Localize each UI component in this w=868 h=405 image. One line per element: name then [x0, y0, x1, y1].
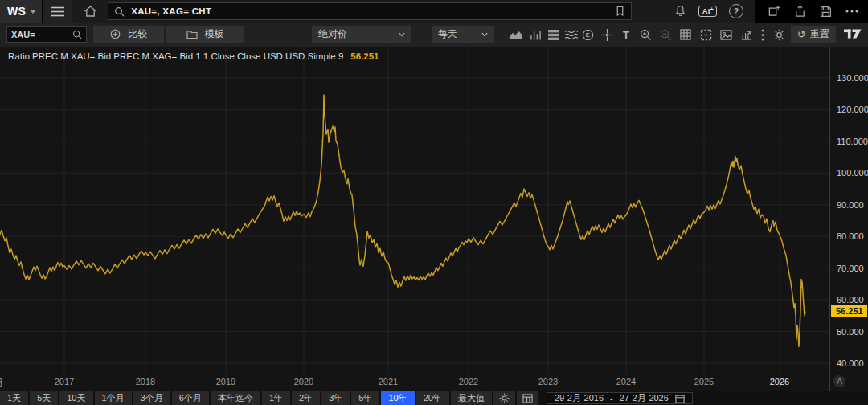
new-window-icon — [768, 5, 780, 18]
range-button-20年[interactable]: 20年 — [416, 391, 449, 405]
reset-label: 重置 — [810, 27, 829, 41]
topbar-utility-group: AI+ ? — [674, 4, 755, 18]
zoom-in-button[interactable] — [638, 27, 653, 42]
waves-overlay-button[interactable] — [564, 27, 579, 42]
price-axis[interactable]: 130.000120.000110.000100.00090.00080.000… — [829, 47, 868, 391]
fullscreen-button[interactable] — [698, 27, 713, 42]
home-icon — [84, 5, 97, 18]
export-chart-button[interactable] — [739, 27, 753, 42]
symbol-value: XAU= — [11, 30, 72, 39]
home-button[interactable] — [76, 0, 104, 22]
chart-type-area-button[interactable] — [508, 27, 522, 42]
layout-grid-button[interactable] — [517, 391, 538, 405]
bell-icon — [674, 5, 686, 18]
circled-e-icon: E — [582, 29, 594, 41]
time-axis-label-2021: 2021 — [372, 377, 404, 387]
calendar-icon — [675, 394, 685, 403]
range-button-6个月[interactable]: 6个月 — [172, 391, 209, 405]
svg-text:E: E — [585, 31, 589, 39]
price-line-chart[interactable] — [0, 47, 829, 374]
chart-export-icon — [740, 29, 752, 40]
time-axis-label-2019: 2019 — [210, 377, 242, 387]
range-button-5天[interactable]: 5天 — [30, 391, 58, 405]
date-range-picker[interactable]: 29-2月-2016 - 27-2月-2026 — [547, 392, 693, 404]
chart-settings-button[interactable] — [772, 27, 786, 42]
notifications-button[interactable] — [674, 5, 686, 18]
symbol-input[interactable]: XAU= — [6, 26, 87, 43]
range-settings-button[interactable] — [493, 391, 515, 405]
more-options-button[interactable] — [845, 10, 858, 13]
ai-assistant-button[interactable]: AI+ — [698, 6, 717, 17]
search-icon — [114, 6, 125, 17]
text-tool-button[interactable]: T — [619, 27, 633, 42]
new-window-button[interactable] — [768, 5, 780, 18]
reset-chart-button[interactable]: ↺ 重置 — [791, 26, 836, 43]
range-button-1天[interactable]: 1天 — [0, 391, 28, 405]
range-button-本年迄今[interactable]: 本年迄今 — [211, 391, 260, 405]
interval-dropdown[interactable]: 每天 — [432, 26, 494, 43]
range-button-3年[interactable]: 3年 — [321, 391, 350, 405]
chart-panel[interactable]: Ratio PREC.M.XAU= Bid PREC.M.XAG= Bid 1 … — [0, 47, 868, 391]
time-axis-label-2023: 2023 — [532, 377, 564, 387]
series-last-value: 56.251 — [350, 51, 379, 61]
time-axis[interactable]: 月 20172018201920202021202220232024202520… — [0, 374, 829, 391]
top-app-bar: WS XAU=, XAG= CHT AI+ ? — [0, 0, 868, 22]
gear-icon — [499, 393, 510, 403]
price-axis-label: 100.000 — [837, 167, 868, 178]
global-search-input[interactable]: XAU=, XAG= CHT — [108, 2, 632, 20]
template-button[interactable]: 模板 — [166, 26, 244, 43]
hamburger-menu-button[interactable] — [43, 0, 72, 22]
workspace-chart-app: { "topbar": { "logo": "WS", "search_valu… — [0, 0, 868, 405]
zoom-out-button[interactable] — [658, 27, 673, 42]
help-button[interactable]: ? — [729, 4, 743, 18]
share-button[interactable] — [794, 5, 806, 18]
ratio-line-series[interactable] — [0, 95, 805, 347]
auto-scale-label: A — [837, 377, 842, 386]
time-axis-partial-label: 月 — [0, 377, 3, 389]
price-axis-label: 130.000 — [837, 72, 868, 84]
question-mark-icon: ? — [734, 6, 739, 16]
range-button-1年[interactable]: 1年 — [262, 391, 290, 405]
panels-layout-button[interactable] — [547, 27, 561, 42]
hamburger-icon — [51, 6, 64, 17]
bar-chart-icon — [530, 30, 542, 40]
time-axis-label-2022: 2022 — [452, 377, 485, 387]
chart-type-bars-button[interactable] — [528, 27, 542, 42]
events-button[interactable]: E — [580, 27, 595, 42]
range-button-最大值[interactable]: 最大值 — [451, 391, 492, 405]
topbar-right-group: AI+ ? — [674, 0, 868, 22]
auto-scale-button[interactable]: A — [833, 375, 845, 387]
save-button[interactable] — [820, 6, 832, 18]
share-icon — [794, 5, 806, 18]
snapshot-button[interactable] — [719, 27, 733, 42]
price-mode-dropdown[interactable]: 绝对价 — [312, 26, 411, 43]
grid-settings-button[interactable] — [678, 27, 693, 42]
plus-icon: + — [710, 6, 714, 13]
gear-icon — [773, 29, 785, 41]
price-axis-label: 90.000 — [837, 199, 864, 211]
date-range-start: 29-2月-2016 — [555, 392, 604, 404]
price-axis-label: 80.000 — [837, 231, 864, 242]
plus-circle-icon — [110, 29, 121, 39]
crosshair-tool-button[interactable] — [600, 27, 614, 42]
time-axis-label-2020: 2020 — [288, 377, 320, 387]
ai-label: AI — [702, 6, 710, 15]
range-button-10天[interactable]: 10天 — [59, 391, 92, 405]
range-button-10年[interactable]: 10年 — [381, 391, 414, 405]
range-button-3个月[interactable]: 3个月 — [133, 391, 170, 405]
compare-button[interactable]: 比较 — [93, 26, 164, 43]
price-mode-value: 绝对价 — [318, 27, 399, 41]
range-button-5年[interactable]: 5年 — [351, 391, 379, 405]
series-legend[interactable]: Ratio PREC.M.XAU= Bid PREC.M.XAG= Bid 1 … — [8, 51, 379, 61]
price-axis-label: 60.000 — [837, 294, 864, 305]
search-value: XAU=, XAG= CHT — [131, 6, 615, 16]
range-button-1个月[interactable]: 1个月 — [95, 391, 132, 405]
range-button-2年[interactable]: 2年 — [292, 391, 320, 405]
app-menu-ws[interactable]: WS — [0, 0, 43, 22]
date-range-end: 27-2月-2026 — [620, 392, 669, 404]
layout-grid-icon — [522, 394, 533, 403]
more-tools-button[interactable] — [755, 27, 770, 42]
time-axis-label-2025: 2025 — [688, 377, 720, 387]
chevron-down-icon — [30, 10, 36, 14]
bookmark-icon[interactable] — [615, 6, 625, 17]
